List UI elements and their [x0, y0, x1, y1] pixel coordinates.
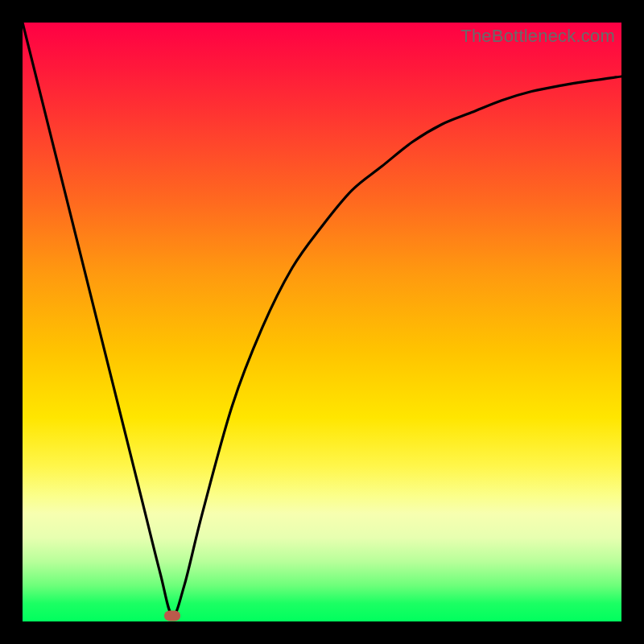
plot-area: TheBottleneck.com — [23, 23, 621, 621]
bottleneck-curve — [23, 23, 621, 621]
balance-marker — [164, 610, 180, 621]
chart-frame: TheBottleneck.com — [0, 0, 644, 644]
